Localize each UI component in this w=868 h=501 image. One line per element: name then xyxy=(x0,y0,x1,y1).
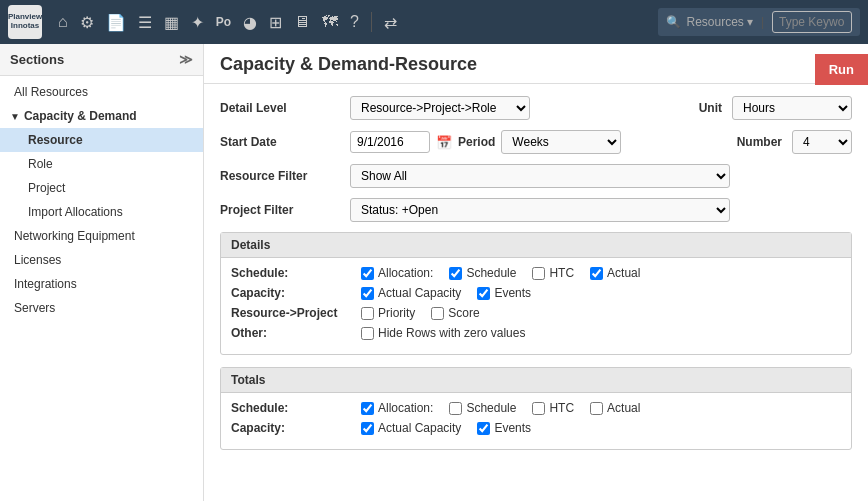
details-events-label: Events xyxy=(494,286,531,300)
sidebar-item-networking-equipment[interactable]: Networking Equipment xyxy=(0,224,203,248)
details-hide-zero-checkbox[interactable] xyxy=(361,327,374,340)
detail-level-select[interactable]: Resource->Project->Role xyxy=(350,96,530,120)
details-actual-label: Actual xyxy=(607,266,640,280)
main-content: Capacity & Demand-Resource Run Detail Le… xyxy=(204,44,868,501)
totals-capacity-label: Capacity: xyxy=(231,421,361,435)
search-input[interactable] xyxy=(772,11,852,33)
totals-schedule-checks: Allocation: Schedule HTC xyxy=(361,401,841,415)
details-score-check[interactable]: Score xyxy=(431,306,479,320)
search-category-dropdown[interactable]: Resources ▾ xyxy=(687,15,753,29)
sidebar-collapse-button[interactable]: ≫ xyxy=(179,52,193,67)
project-filter-select[interactable]: Status: +Open xyxy=(350,198,730,222)
document-icon[interactable]: 📄 xyxy=(106,13,126,32)
totals-actual-checkbox[interactable] xyxy=(590,402,603,415)
resource-filter-select[interactable]: Show All xyxy=(350,164,730,188)
totals-htc-label: HTC xyxy=(549,401,574,415)
project-filter-label: Project Filter xyxy=(220,203,340,217)
period-label: Period xyxy=(458,135,495,149)
sidebar-title: Sections xyxy=(10,52,64,67)
totals-schedule-check[interactable]: Schedule xyxy=(449,401,516,415)
details-htc-checkbox[interactable] xyxy=(532,267,545,280)
totals-allocation-label: Allocation: xyxy=(378,401,433,415)
help-icon[interactable]: ? xyxy=(350,13,359,31)
sidebar-item-resource[interactable]: Resource xyxy=(0,128,203,152)
totals-schedule-checkbox[interactable] xyxy=(449,402,462,415)
totals-events-checkbox[interactable] xyxy=(477,422,490,435)
sidebar-item-integrations[interactable]: Integrations xyxy=(0,272,203,296)
sidebar-item-licenses[interactable]: Licenses xyxy=(0,248,203,272)
totals-htc-check[interactable]: HTC xyxy=(532,401,574,415)
totals-allocation-checkbox[interactable] xyxy=(361,402,374,415)
details-other-row: Other: Hide Rows with zero values xyxy=(231,326,841,340)
totals-schedule-row: Schedule: Allocation: Schedule xyxy=(231,401,841,415)
period-select[interactable]: Weeks xyxy=(501,130,621,154)
sidebar-item-servers[interactable]: Servers xyxy=(0,296,203,320)
totals-capacity-checks: Actual Capacity Events xyxy=(361,421,841,435)
sidebar-item-all-resources[interactable]: All Resources xyxy=(0,80,203,104)
search-separator: | xyxy=(761,15,764,29)
totals-htc-checkbox[interactable] xyxy=(532,402,545,415)
details-schedule-checks: Allocation: Schedule HTC xyxy=(361,266,841,280)
totals-section: Totals Schedule: Allocation: Sch xyxy=(220,367,852,450)
chevron-down-icon: ▼ xyxy=(10,111,20,122)
details-schedule-label-text: Schedule xyxy=(466,266,516,280)
totals-allocation-check[interactable]: Allocation: xyxy=(361,401,433,415)
details-resource-project-row: Resource->Project Priority Score xyxy=(231,306,841,320)
details-section: Details Schedule: Allocation: Sc xyxy=(220,232,852,355)
number-select[interactable]: 4 xyxy=(792,130,852,154)
unit-select[interactable]: Hours xyxy=(732,96,852,120)
unit-label: Unit xyxy=(699,101,722,115)
map-icon[interactable]: 🗺 xyxy=(322,13,338,31)
details-hide-zero-check[interactable]: Hide Rows with zero values xyxy=(361,326,525,340)
details-events-check[interactable]: Events xyxy=(477,286,531,300)
pie-icon[interactable]: ◕ xyxy=(243,13,257,32)
details-allocation-label: Allocation: xyxy=(378,266,433,280)
details-capacity-checks: Actual Capacity Events xyxy=(361,286,841,300)
details-schedule-checkbox[interactable] xyxy=(449,267,462,280)
details-actual-check[interactable]: Actual xyxy=(590,266,640,280)
details-schedule-label: Schedule: xyxy=(231,266,361,280)
details-priority-checkbox[interactable] xyxy=(361,307,374,320)
totals-events-check[interactable]: Events xyxy=(477,421,531,435)
details-actual-capacity-check[interactable]: Actual Capacity xyxy=(361,286,461,300)
monitor-icon[interactable]: 🖥 xyxy=(294,13,310,31)
sidebar-item-import-allocations[interactable]: Import Allocations xyxy=(0,200,203,224)
totals-actual-capacity-checkbox[interactable] xyxy=(361,422,374,435)
details-allocation-check[interactable]: Allocation: xyxy=(361,266,433,280)
sidebar-section-label: Capacity & Demand xyxy=(24,109,137,123)
shuffle-icon[interactable]: ⇄ xyxy=(384,13,397,32)
details-score-checkbox[interactable] xyxy=(431,307,444,320)
number-group: Number 4 xyxy=(737,130,852,154)
details-actual-capacity-checkbox[interactable] xyxy=(361,287,374,300)
apps-icon[interactable]: ⊞ xyxy=(269,13,282,32)
totals-actual-check[interactable]: Actual xyxy=(590,401,640,415)
details-actual-checkbox[interactable] xyxy=(590,267,603,280)
star-icon[interactable]: ✦ xyxy=(191,13,204,32)
run-button[interactable]: Run xyxy=(815,54,868,85)
details-schedule-check[interactable]: Schedule xyxy=(449,266,516,280)
details-allocation-checkbox[interactable] xyxy=(361,267,374,280)
details-priority-check[interactable]: Priority xyxy=(361,306,415,320)
totals-actual-capacity-check[interactable]: Actual Capacity xyxy=(361,421,461,435)
nav-separator xyxy=(371,12,372,32)
grid-icon[interactable]: ▦ xyxy=(164,13,179,32)
sidebar-item-capacity-demand[interactable]: ▼ Capacity & Demand xyxy=(0,104,203,128)
totals-section-header: Totals xyxy=(221,368,851,393)
sidebar-item-role[interactable]: Role xyxy=(0,152,203,176)
number-label: Number xyxy=(737,135,782,149)
details-schedule-row: Schedule: Allocation: Schedule xyxy=(231,266,841,280)
start-date-input[interactable]: 9/1/2016 xyxy=(350,131,430,153)
details-resource-project-label: Resource->Project xyxy=(231,306,361,320)
po-icon[interactable]: Po xyxy=(216,15,231,29)
settings-icon[interactable]: ⚙ xyxy=(80,13,94,32)
details-capacity-row: Capacity: Actual Capacity Events xyxy=(231,286,841,300)
home-icon[interactable]: ⌂ xyxy=(58,13,68,31)
project-filter-row: Project Filter Status: +Open xyxy=(220,198,852,222)
totals-schedule-label: Schedule: xyxy=(231,401,361,415)
list-icon[interactable]: ☰ xyxy=(138,13,152,32)
details-events-checkbox[interactable] xyxy=(477,287,490,300)
details-htc-check[interactable]: HTC xyxy=(532,266,574,280)
start-date-label: Start Date xyxy=(220,135,340,149)
sidebar-item-project[interactable]: Project xyxy=(0,176,203,200)
calendar-icon[interactable]: 📅 xyxy=(436,135,452,150)
